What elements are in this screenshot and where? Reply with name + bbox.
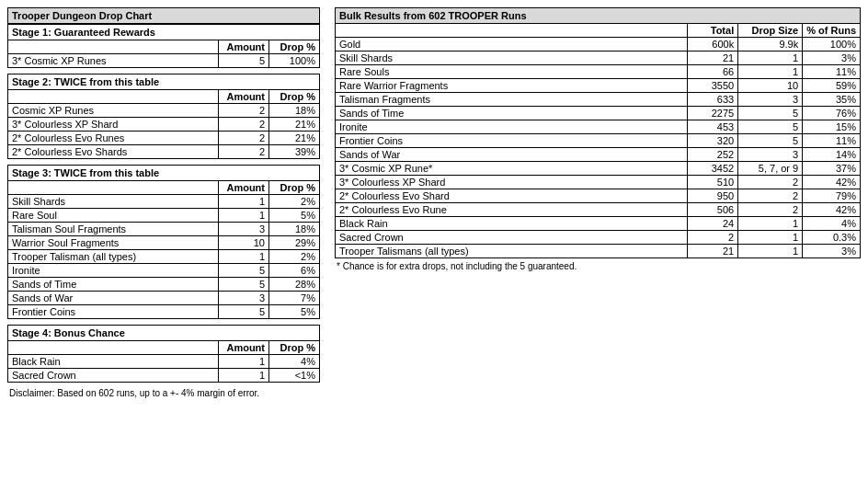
right-item-3-name: Rare Warrior Fragments — [336, 79, 688, 93]
right-row-5: Sands of Time 2275 5 76% — [336, 107, 861, 120]
right-item-5-pct: 76% — [803, 107, 861, 120]
right-item-8-name: Sands of War — [336, 148, 688, 162]
stage3-title: Stage 3: TWICE from this table — [8, 166, 320, 181]
stage2-item-1-name: 3* Colourless XP Shard — [8, 118, 219, 132]
stage1-table: Stage 1: Guaranteed Rewards Amount Drop … — [7, 24, 320, 68]
stage1-row-0: 3* Cosmic XP Runes 5 100% — [8, 54, 320, 68]
stage3-row-2: Talisman Soul Fragments 3 18% — [8, 223, 320, 236]
stage3-item-5-amount: 5 — [219, 264, 269, 278]
stage3-block: Stage 3: TWICE from this table Amount Dr… — [7, 165, 320, 319]
stage3-col-name — [8, 181, 219, 195]
right-item-1-pct: 3% — [803, 51, 861, 65]
right-item-6-name: Ironite — [336, 120, 688, 134]
right-item-2-name: Rare Souls — [336, 65, 688, 79]
stage4-item-0-drop: 4% — [269, 355, 320, 369]
stage2-row-1: 3* Colourless XP Shard 2 21% — [8, 118, 320, 132]
right-row-0: Gold 600k 9.9k 100% — [336, 38, 861, 51]
right-item-13-name: Black Rain — [336, 217, 688, 231]
stage3-item-7-drop: 7% — [269, 292, 320, 305]
right-item-11-pct: 79% — [803, 189, 861, 203]
stage2-item-3-drop: 39% — [269, 145, 320, 159]
stage3-item-0-name: Skill Shards — [8, 195, 219, 209]
right-row-10: 3* Colourless XP Shard 510 2 42% — [336, 176, 861, 189]
right-item-14-name: Sacred Crown — [336, 231, 688, 245]
stage3-item-8-amount: 5 — [219, 305, 269, 319]
stage2-col-amount: Amount — [219, 90, 269, 104]
disclaimer: Disclaimer: Based on 602 runs, up to a +… — [7, 388, 320, 398]
stage4-row-0: Black Rain 1 4% — [8, 355, 320, 369]
stage3-item-6-name: Sands of Time — [8, 278, 219, 292]
stage3-item-0-amount: 1 — [219, 195, 269, 209]
stage1-col-drop: Drop % — [269, 40, 320, 54]
stage2-item-2-drop: 21% — [269, 132, 320, 145]
stage2-col-drop: Drop % — [269, 90, 320, 104]
stage2-item-2-name: 2* Colourless Evo Runes — [8, 132, 219, 145]
stage3-item-8-name: Frontier Coins — [8, 305, 219, 319]
stage3-item-6-drop: 28% — [269, 278, 320, 292]
stage4-row-1: Sacred Crown 1 <1% — [8, 369, 320, 383]
stage1-col-amount: Amount — [219, 40, 269, 54]
right-item-7-pct: 11% — [803, 134, 861, 148]
stage2-item-3-amount: 2 — [219, 145, 269, 159]
stage3-item-2-name: Talisman Soul Fragments — [8, 223, 219, 236]
stage2-title: Stage 2: TWICE from this table — [8, 74, 320, 90]
stage3-item-8-drop: 5% — [269, 305, 320, 319]
right-item-0-dropsize: 9.9k — [738, 38, 803, 51]
right-item-13-total: 24 — [688, 217, 738, 231]
right-item-12-total: 506 — [688, 203, 738, 217]
right-item-2-dropsize: 1 — [738, 65, 803, 79]
stage4-title: Stage 4: Bonus Chance — [8, 326, 320, 341]
right-row-2: Rare Souls 66 1 11% — [336, 65, 861, 79]
right-item-9-pct: 37% — [803, 162, 861, 176]
stage3-item-5-drop: 6% — [269, 264, 320, 278]
right-col-pct: % of Runs — [803, 24, 861, 38]
stage3-row-6: Sands of Time 5 28% — [8, 278, 320, 292]
stage2-row-3: 2* Colourless Evo Shards 2 39% — [8, 145, 320, 159]
right-row-7: Frontier Coins 320 5 11% — [336, 134, 861, 148]
stage4-item-1-amount: 1 — [219, 369, 269, 383]
right-item-0-pct: 100% — [803, 38, 861, 51]
right-item-10-total: 510 — [688, 176, 738, 189]
stage4-block: Stage 4: Bonus Chance Amount Drop % Blac… — [7, 325, 320, 383]
stage4-col-drop: Drop % — [269, 341, 320, 355]
stage4-col-amount: Amount — [219, 341, 269, 355]
stage2-row-0: Cosmic XP Runes 2 18% — [8, 104, 320, 118]
right-item-4-total: 633 — [688, 93, 738, 107]
stage3-table: Stage 3: TWICE from this table Amount Dr… — [7, 165, 320, 319]
right-item-15-name: Trooper Talismans (all types) — [336, 245, 688, 258]
right-item-10-pct: 42% — [803, 176, 861, 189]
stage3-item-5-name: Ironite — [8, 264, 219, 278]
stage3-col-drop: Drop % — [269, 181, 320, 195]
right-item-7-total: 320 — [688, 134, 738, 148]
right-item-6-pct: 15% — [803, 120, 861, 134]
right-item-9-name: 3* Cosmic XP Rune* — [336, 162, 688, 176]
right-item-5-dropsize: 5 — [738, 107, 803, 120]
right-table: Bulk Results from 602 TROOPER Runs Total… — [335, 7, 861, 258]
stage3-row-4: Trooper Talisman (all types) 1 2% — [8, 250, 320, 264]
right-row-15: Trooper Talismans (all types) 21 1 3% — [336, 245, 861, 258]
right-item-11-total: 950 — [688, 189, 738, 203]
right-item-7-name: Frontier Coins — [336, 134, 688, 148]
stage3-col-amount: Amount — [219, 181, 269, 195]
stage3-row-7: Sands of War 3 7% — [8, 292, 320, 305]
stage3-item-0-drop: 2% — [269, 195, 320, 209]
stage3-item-4-drop: 2% — [269, 250, 320, 264]
stage3-item-3-amount: 10 — [219, 236, 269, 250]
stage3-item-4-name: Trooper Talisman (all types) — [8, 250, 219, 264]
right-item-14-total: 2 — [688, 231, 738, 245]
right-col-name — [336, 24, 688, 38]
stage2-item-3-name: 2* Colourless Evo Shards — [8, 145, 219, 159]
stage3-item-1-amount: 1 — [219, 209, 269, 223]
right-item-8-total: 252 — [688, 148, 738, 162]
right-item-15-total: 21 — [688, 245, 738, 258]
stage3-row-8: Frontier Coins 5 5% — [8, 305, 320, 319]
right-item-1-name: Skill Shards — [336, 51, 688, 65]
right-row-14: Sacred Crown 2 1 0.3% — [336, 231, 861, 245]
right-row-12: 2* Colourless Evo Rune 506 2 42% — [336, 203, 861, 217]
right-item-13-dropsize: 1 — [738, 217, 803, 231]
left-main-title: Trooper Dungeon Drop Chart — [7, 7, 320, 24]
right-item-15-pct: 3% — [803, 245, 861, 258]
right-item-11-dropsize: 2 — [738, 189, 803, 203]
stage4-item-1-name: Sacred Crown — [8, 369, 219, 383]
stage3-row-3: Warrior Soul Fragments 10 29% — [8, 236, 320, 250]
